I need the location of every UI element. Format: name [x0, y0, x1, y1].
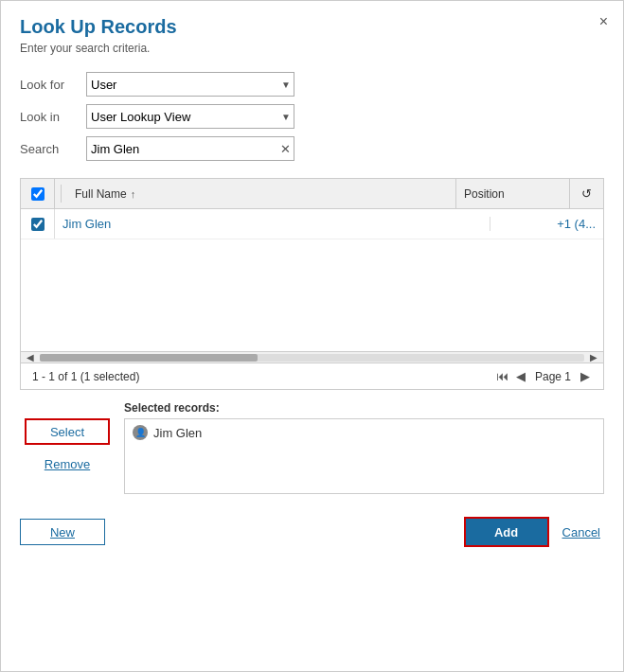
- search-label: Search: [20, 142, 86, 156]
- prev-page-button[interactable]: ◀: [514, 369, 527, 383]
- look-in-label: Look in: [20, 110, 86, 124]
- table-empty-area: [21, 239, 603, 334]
- close-button[interactable]: ×: [599, 14, 608, 29]
- fullname-sort-icon[interactable]: ↑: [131, 188, 136, 200]
- dialog-header: Look Up Records Enter your search criter…: [1, 1, 623, 68]
- table-header: Full Name ↑ Position ↺: [21, 179, 603, 209]
- scroll-right-arrow[interactable]: ▶: [588, 352, 599, 363]
- results-table: Full Name ↑ Position ↺ Jim Glen +1 (4...: [20, 178, 604, 352]
- header-checkbox-cell: [21, 179, 55, 208]
- dialog-title: Look Up Records: [20, 16, 604, 38]
- look-for-label: Look for: [20, 78, 86, 92]
- row-checkbox-cell: [21, 209, 55, 239]
- add-button[interactable]: Add: [464, 517, 549, 547]
- first-page-button[interactable]: ⏮: [494, 369, 510, 383]
- form-section: Look for User ▼ Look in User Lookup View…: [1, 68, 623, 178]
- position-header-label: Position: [464, 187, 505, 201]
- select-button[interactable]: Select: [25, 418, 110, 445]
- row-name[interactable]: Jim Glen: [55, 217, 490, 231]
- refresh-icon: ↺: [581, 186, 592, 201]
- lookup-records-dialog: Look Up Records Enter your search criter…: [0, 0, 624, 672]
- remove-button[interactable]: Remove: [25, 451, 110, 477]
- user-icon: 👤: [133, 425, 148, 440]
- fullname-header: Full Name ↑: [67, 187, 455, 201]
- search-wrapper: ✕: [86, 136, 294, 161]
- refresh-button[interactable]: ↺: [569, 179, 603, 208]
- search-row: Search ✕: [20, 136, 604, 161]
- horizontal-scrollbar: ◀ ▶: [20, 352, 604, 363]
- footer-right: Add Cancel: [464, 517, 604, 547]
- page-label: Page 1: [535, 370, 571, 383]
- row-extra: +1 (4...: [490, 217, 603, 231]
- look-in-select[interactable]: User Lookup View: [86, 104, 294, 129]
- bottom-section: Selected records: Select Remove 👤 Jim Gl…: [1, 390, 623, 494]
- table-body: Jim Glen +1 (4...: [21, 209, 603, 351]
- look-for-select-wrapper: User ▼: [86, 72, 294, 97]
- row-checkbox[interactable]: [31, 218, 45, 231]
- pagination-summary: 1 - 1 of 1 (1 selected): [32, 370, 139, 383]
- pagination-row: 1 - 1 of 1 (1 selected) ⏮ ◀ Page 1 ▶: [20, 363, 604, 390]
- look-in-select-wrapper: User Lookup View ▼: [86, 104, 294, 129]
- pagination-controls: ⏮ ◀ Page 1 ▶: [494, 369, 592, 383]
- next-page-button[interactable]: ▶: [579, 369, 592, 383]
- look-for-row: Look for User ▼: [20, 72, 604, 97]
- new-button[interactable]: New: [20, 519, 105, 545]
- scroll-thumb[interactable]: [40, 354, 258, 362]
- selected-area: Select Remove 👤 Jim Glen: [20, 418, 604, 494]
- footer-left: New: [20, 519, 105, 545]
- look-in-row: Look in User Lookup View ▼: [20, 104, 604, 129]
- scroll-left-arrow[interactable]: ◀: [25, 352, 36, 363]
- scroll-track: [40, 354, 584, 362]
- look-for-select[interactable]: User: [86, 72, 294, 97]
- selected-records-box: 👤 Jim Glen: [124, 418, 604, 494]
- header-divider: [61, 185, 62, 203]
- selected-record-item: 👤 Jim Glen: [133, 425, 596, 440]
- fullname-header-label: Full Name: [75, 187, 127, 201]
- select-all-checkbox[interactable]: [31, 187, 45, 201]
- table-row: Jim Glen +1 (4...: [21, 209, 603, 239]
- selected-records-label: Selected records:: [124, 401, 604, 415]
- selected-record-name: Jim Glen: [153, 426, 202, 440]
- search-clear-button[interactable]: ✕: [280, 143, 291, 155]
- dialog-subtitle: Enter your search criteria.: [20, 42, 604, 55]
- search-input[interactable]: [86, 136, 294, 161]
- position-header: Position: [455, 179, 569, 208]
- footer-row: New Add Cancel: [1, 504, 623, 560]
- cancel-button[interactable]: Cancel: [559, 525, 604, 539]
- select-actions: Select Remove: [20, 418, 115, 494]
